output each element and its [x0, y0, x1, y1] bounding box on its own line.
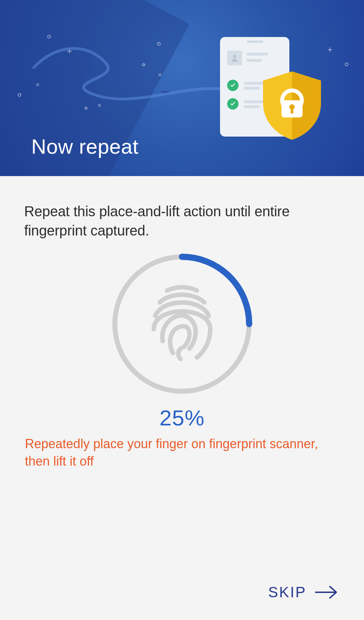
shield-lock-icon — [259, 68, 325, 142]
sparkle-plus-icon: + — [67, 46, 72, 55]
sparkle-dot-icon — [345, 63, 348, 66]
sparkle-plus-icon: + — [327, 45, 333, 54]
progress-percent-label: 25% — [159, 405, 204, 430]
sparkle-x-icon: × — [158, 71, 162, 78]
sparkle-dot-icon — [157, 42, 161, 46]
arrow-right-icon — [314, 584, 339, 600]
sparkle-x-icon: × — [36, 81, 40, 88]
sparkle-dot-icon — [85, 107, 87, 110]
fingerprint-progress — [107, 249, 257, 399]
svg-point-0 — [233, 55, 236, 58]
sparkle-dash-icon — [85, 77, 95, 79]
check-circle-icon — [227, 98, 239, 110]
content-area: Repeat this place-and-lift action until … — [0, 176, 364, 620]
svg-rect-4 — [291, 107, 293, 114]
skip-button[interactable]: SKIP — [268, 584, 339, 601]
fingerprint-icon — [145, 283, 219, 365]
hint-text: Repeatedly place your finger on fingerpr… — [24, 435, 340, 470]
sparkle-dot-icon — [142, 63, 145, 66]
hero-title: Now repeat — [31, 134, 139, 158]
skip-button-label: SKIP — [268, 584, 306, 601]
sparkle-x-icon: × — [97, 102, 102, 109]
check-circle-icon — [227, 80, 239, 91]
sparkle-dash-icon — [161, 91, 170, 93]
sparkle-dot-icon — [18, 93, 21, 97]
sparkle-dot-icon — [47, 35, 51, 38]
instruction-text: Repeat this place-and-lift action until … — [24, 202, 340, 240]
hero-banner: + + × × × Now repeat — [0, 0, 364, 176]
avatar-placeholder-icon — [227, 51, 242, 65]
